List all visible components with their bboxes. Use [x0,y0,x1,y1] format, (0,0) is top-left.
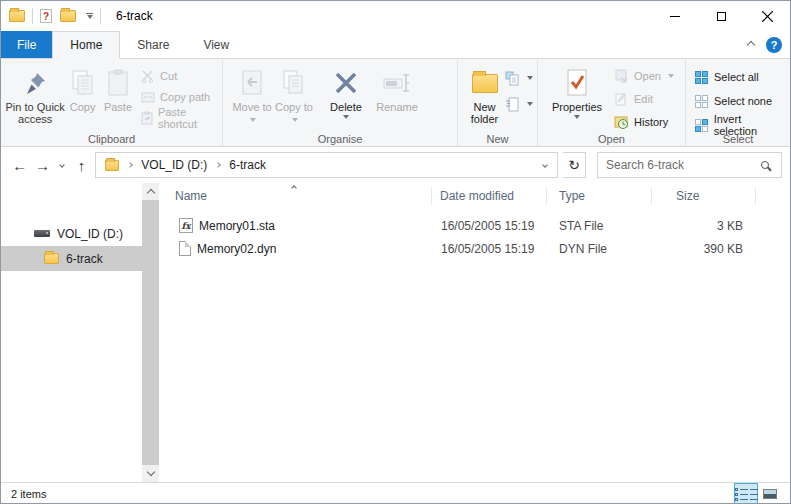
qat-new-folder-icon[interactable] [60,10,76,22]
collapse-ribbon-icon[interactable] [747,40,755,48]
properties-button[interactable]: Properties [546,63,608,119]
search-input[interactable] [606,158,761,172]
search-box[interactable] [597,152,782,178]
sidebar-item-drive[interactable]: VOL_ID (D:) [1,221,142,246]
cut-button[interactable]: Cut [140,67,218,85]
rename-label: Rename [376,101,418,113]
invert-selection-button[interactable]: Invert selection [694,116,786,134]
column-header-date-modified[interactable]: Date modified [432,187,547,205]
copy-to-dropdown-icon [292,118,298,122]
navigation-bar: ← → ↑ VOL_ID (D:) 6-track ↻ [1,147,790,183]
file-date-cell: 16/05/2005 15:19 [432,242,547,256]
content-area: VOL_ID (D:) 6-track Name Date modified T… [1,183,790,482]
up-button[interactable]: ↑ [73,154,91,176]
address-dropdown-button[interactable] [533,153,557,177]
history-label: History [634,116,668,128]
select-none-button[interactable]: Select none [694,92,786,110]
drive-icon [34,230,50,237]
new-item-dropdown-icon [527,76,533,80]
new-folder-label: New folder [464,101,505,125]
pin-to-quick-access-button[interactable]: Pin to Quick access [5,63,65,125]
maximize-button[interactable] [698,1,744,31]
new-small-buttons [505,63,533,113]
caption-buttons [652,1,790,31]
open-button[interactable]: Open [614,67,674,85]
tab-home[interactable]: Home [52,31,120,59]
customize-qat-dropdown[interactable] [86,13,93,19]
new-folder-button[interactable]: New folder [464,63,505,125]
edit-icon [614,92,629,107]
paste-label: Paste [104,101,132,113]
details-view-button[interactable] [734,483,758,504]
column-header-name[interactable]: Name [159,187,432,205]
sidebar-item-label: VOL_ID (D:) [57,227,123,241]
column-header-type[interactable]: Type [547,187,652,205]
file-row-memory02[interactable]: Memory02.dyn 16/05/2005 15:19 DYN File 3… [159,237,790,260]
select-all-label: Select all [714,71,759,83]
address-bar[interactable]: VOL_ID (D:) 6-track [95,152,558,178]
breadcrumb-segment-folder[interactable]: 6-track [229,158,266,172]
open-label: Open [634,70,661,82]
paste-shortcut-button[interactable]: Paste shortcut [140,109,218,127]
column-label: Name [175,189,207,203]
view-toggles [734,483,790,504]
select-none-label: Select none [714,95,772,107]
select-all-button[interactable]: Select all [694,68,786,86]
qat-properties-icon[interactable]: ? [40,9,52,23]
file-type-cell: STA File [547,219,652,233]
copy-to-button[interactable]: Copy to [273,63,315,125]
scroll-down-button[interactable] [148,465,154,482]
open-dropdown-icon [668,74,674,78]
file-list: Name Date modified Type Size fx Memory01… [159,183,790,482]
open-icon [614,69,629,84]
delete-button[interactable]: Delete [321,63,371,119]
edit-button[interactable]: Edit [614,90,674,108]
easy-access-icon [505,97,520,112]
rename-button[interactable]: Rename [371,63,423,113]
select-group-label: Select [686,133,790,145]
new-item-button[interactable] [505,69,533,87]
history-button[interactable]: History [614,113,674,131]
sidebar-item-6track[interactable]: 6-track [1,246,142,271]
ribbon-controls: ? [748,31,790,58]
paste-button[interactable]: Paste [100,63,136,113]
items-count: 2 items [11,488,46,500]
copy-path-button[interactable]: Copy path [140,88,218,106]
column-label: Date modified [440,189,514,203]
tab-file[interactable]: File [1,31,52,58]
move-to-button[interactable]: Move to [231,63,273,125]
breadcrumb-segment-drive[interactable]: VOL_ID (D:) [141,158,207,172]
minimize-icon [670,16,680,17]
file-name-cell: fx Memory01.sta [159,218,432,233]
column-header-size[interactable]: Size [652,187,756,205]
cut-label: Cut [160,70,177,82]
ribbon-group-clipboard: Pin to Quick access Copy Paste [1,59,223,146]
close-button[interactable] [744,1,790,31]
file-row-memory01[interactable]: fx Memory01.sta 16/05/2005 15:19 STA Fil… [159,214,790,237]
copy-label: Copy [70,101,96,113]
folder-icon [44,253,59,264]
file-type-cell: DYN File [547,242,652,256]
refresh-button[interactable]: ↻ [563,152,586,178]
recent-locations-dropdown[interactable] [56,154,67,176]
file-size-cell: 3 KB [652,219,756,233]
file-date-cell: 16/05/2005 15:19 [432,219,547,233]
back-button[interactable]: ← [11,154,29,176]
forward-button[interactable]: → [34,154,52,176]
sidebar-scrollbar[interactable] [142,183,159,482]
copy-path-icon [140,90,155,105]
tab-view[interactable]: View [186,31,246,58]
ribbon-group-open: Properties Open Edit [538,59,686,146]
select-buttons: Select all Select none Invert selection [694,63,786,134]
sidebar-item-label: 6-track [66,252,103,266]
large-icons-view-button[interactable] [758,483,782,504]
easy-access-button[interactable] [505,95,533,113]
scrollbar-thumb[interactable] [142,200,159,465]
help-icon[interactable]: ? [766,37,782,53]
minimize-button[interactable] [652,1,698,31]
scroll-up-button[interactable] [148,183,154,200]
tab-share[interactable]: Share [120,31,186,58]
copy-button[interactable]: Copy [65,63,100,113]
quick-access-toolbar: ? [40,9,93,23]
title-bar: ? 6-track [1,1,790,31]
